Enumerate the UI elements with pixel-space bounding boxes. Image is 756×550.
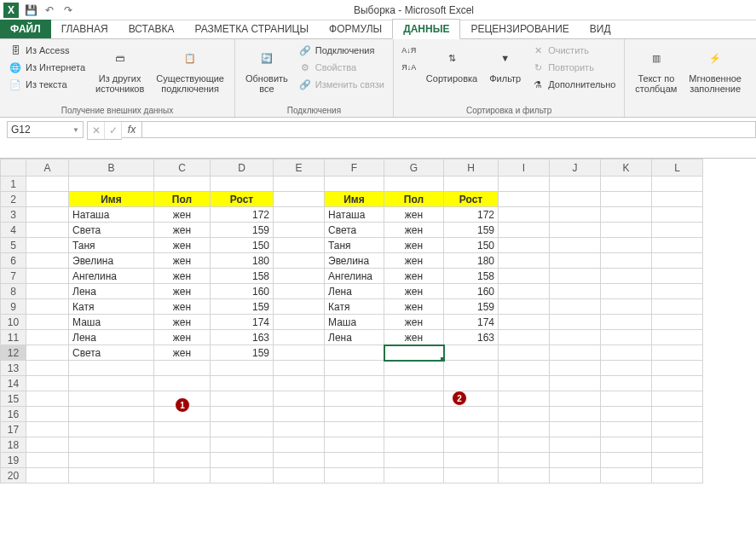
cell[interactable] — [26, 345, 69, 361]
cell[interactable] — [550, 407, 601, 422]
properties-button[interactable]: ⚙Свойства — [297, 60, 386, 75]
cell[interactable]: Имя — [325, 192, 384, 207]
cell[interactable] — [499, 253, 550, 269]
cell[interactable] — [601, 391, 652, 407]
cell[interactable] — [550, 468, 601, 483]
cell[interactable] — [550, 269, 601, 284]
column-header[interactable]: C — [154, 159, 211, 177]
cell[interactable] — [154, 376, 211, 391]
cell[interactable] — [274, 223, 325, 238]
row-header[interactable]: 14 — [1, 376, 26, 391]
cell[interactable] — [26, 391, 69, 407]
cell[interactable] — [325, 453, 384, 468]
cell[interactable] — [444, 453, 499, 468]
cell[interactable] — [274, 330, 325, 345]
cell[interactable] — [499, 299, 550, 315]
cell[interactable] — [274, 284, 325, 299]
row-header[interactable]: 8 — [1, 284, 26, 299]
cell[interactable] — [499, 315, 550, 330]
cell[interactable] — [652, 330, 703, 345]
enter-icon[interactable]: ✓ — [105, 122, 122, 139]
reapply-button[interactable]: ↻Повторить — [529, 60, 617, 75]
cell[interactable] — [274, 376, 325, 391]
cell[interactable] — [601, 253, 652, 269]
cell[interactable] — [550, 253, 601, 269]
cell[interactable] — [550, 284, 601, 299]
cell[interactable] — [325, 437, 384, 453]
cell[interactable]: Наташа — [69, 207, 154, 223]
cell[interactable] — [384, 422, 444, 437]
row-header[interactable]: 3 — [1, 207, 26, 223]
cell[interactable]: 174 — [444, 315, 499, 330]
name-box[interactable]: G12 ▼ — [7, 121, 84, 138]
tab-insert[interactable]: ВСТАВКА — [118, 20, 185, 38]
filter-button[interactable]: ▼Фильтр — [486, 43, 524, 85]
cell[interactable] — [499, 177, 550, 192]
cell[interactable] — [325, 376, 384, 391]
cell[interactable]: 158 — [444, 269, 499, 284]
cell[interactable] — [69, 376, 154, 391]
cell[interactable] — [550, 391, 601, 407]
cell[interactable]: жен — [154, 345, 211, 361]
cell[interactable] — [499, 207, 550, 223]
cell[interactable] — [652, 207, 703, 223]
row-header[interactable]: 19 — [1, 453, 26, 468]
connections-button[interactable]: 🔗Подключения — [297, 43, 386, 58]
cell[interactable] — [211, 391, 274, 407]
cell[interactable]: Маша — [325, 315, 384, 330]
cell[interactable] — [274, 453, 325, 468]
row-header[interactable]: 4 — [1, 223, 26, 238]
cell[interactable] — [384, 453, 444, 468]
cell[interactable] — [550, 437, 601, 453]
tab-file[interactable]: ФАЙЛ — [0, 20, 51, 38]
cell[interactable]: жен — [384, 253, 444, 269]
column-header[interactable]: I — [499, 159, 550, 177]
cell[interactable]: Лена — [325, 284, 384, 299]
cell[interactable] — [69, 453, 154, 468]
cell[interactable] — [26, 269, 69, 284]
cell[interactable]: Имя — [69, 192, 154, 207]
cell[interactable] — [499, 437, 550, 453]
cell[interactable] — [444, 422, 499, 437]
cell[interactable] — [550, 223, 601, 238]
cell[interactable] — [274, 299, 325, 315]
tab-formulas[interactable]: ФОРМУЛЫ — [319, 20, 392, 38]
cell[interactable] — [384, 345, 444, 361]
cell[interactable] — [652, 453, 703, 468]
cell[interactable] — [499, 330, 550, 345]
cell[interactable] — [69, 407, 154, 422]
cell[interactable]: жен — [384, 315, 444, 330]
text-to-columns-button[interactable]: ▥Текст по столбцам — [632, 43, 680, 96]
cell[interactable] — [601, 361, 652, 376]
cell[interactable]: жен — [154, 207, 211, 223]
cell[interactable] — [26, 422, 69, 437]
cell[interactable] — [652, 407, 703, 422]
cell[interactable] — [499, 361, 550, 376]
cell[interactable] — [601, 223, 652, 238]
cell[interactable] — [652, 361, 703, 376]
cell[interactable] — [325, 407, 384, 422]
cell[interactable]: 180 — [211, 253, 274, 269]
cell[interactable] — [601, 238, 652, 253]
cell[interactable] — [550, 361, 601, 376]
cell[interactable] — [499, 422, 550, 437]
cell[interactable] — [26, 238, 69, 253]
row-header[interactable]: 11 — [1, 330, 26, 345]
cell[interactable] — [652, 269, 703, 284]
cell[interactable] — [211, 468, 274, 483]
column-header[interactable]: F — [325, 159, 384, 177]
cell[interactable]: Света — [69, 223, 154, 238]
cell[interactable]: Эвелина — [325, 253, 384, 269]
cell[interactable]: 159 — [444, 299, 499, 315]
column-header[interactable]: D — [211, 159, 274, 177]
tab-review[interactable]: РЕЦЕНЗИРОВАНИЕ — [460, 20, 579, 38]
cell[interactable] — [601, 453, 652, 468]
row-header[interactable]: 13 — [1, 361, 26, 376]
cell[interactable] — [499, 376, 550, 391]
cell[interactable] — [274, 407, 325, 422]
cell[interactable] — [26, 330, 69, 345]
cell[interactable] — [652, 238, 703, 253]
cell[interactable]: жен — [384, 238, 444, 253]
chevron-down-icon[interactable]: ▼ — [72, 126, 79, 134]
cell[interactable] — [601, 376, 652, 391]
